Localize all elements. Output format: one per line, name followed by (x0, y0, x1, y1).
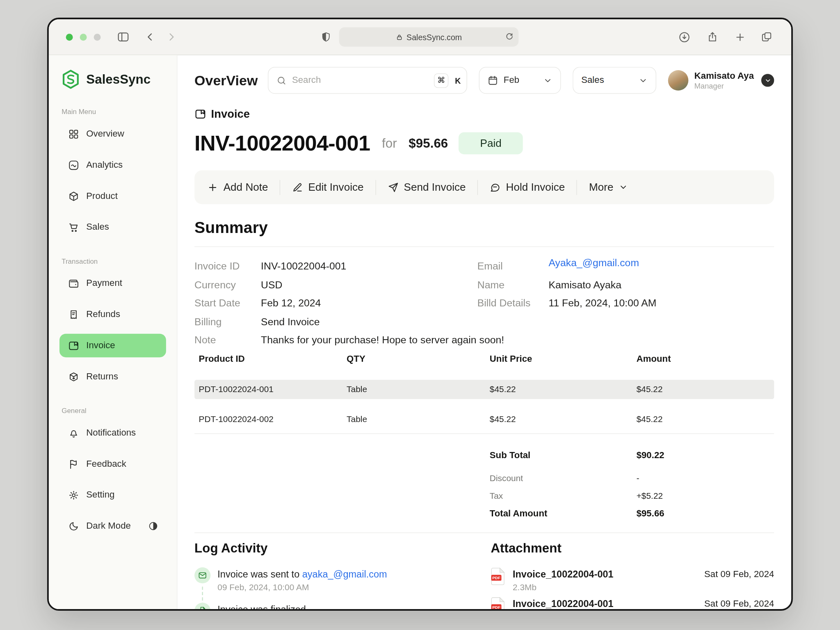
mail-icon (194, 567, 210, 583)
wallet-icon (68, 278, 79, 289)
chat-icon (490, 182, 500, 192)
column-header: QTY (347, 353, 490, 364)
user-role: Manager (694, 82, 754, 91)
tax-label: Tax (490, 491, 637, 501)
attachment-name: Invoice_10022004-001 (513, 567, 614, 581)
sidebar-item-sales[interactable]: Sales (59, 215, 166, 239)
contrast-toggle-icon[interactable] (148, 521, 158, 532)
discount-value: - (637, 474, 774, 484)
shortcut-key: K (455, 76, 461, 85)
send-invoice-button[interactable]: Send Invoice (376, 181, 478, 193)
total-amount-label: Total Amount (490, 509, 637, 519)
sidebar-item-label: Refunds (86, 309, 120, 320)
sidebar-item-dark-mode[interactable]: Dark Mode (59, 514, 166, 538)
attachment-date: Sat 09 Feb, 2024 (704, 596, 774, 609)
search-box[interactable]: ⌘ K (268, 67, 467, 94)
month-filter-dropdown[interactable]: Feb (479, 67, 561, 94)
traffic-light-minimize[interactable] (80, 34, 87, 41)
attachment-item[interactable]: PDF Invoice_10022004-001 2.3Mb Sat 09 Fe… (491, 567, 774, 592)
lock-icon (396, 34, 403, 41)
command-key-icon: ⌘ (434, 73, 448, 87)
receipt-icon (68, 309, 79, 320)
sidebar-item-notifications[interactable]: Notifications (59, 421, 166, 445)
user-menu[interactable]: Kamisato Aya Manager (668, 70, 754, 91)
sidebar-item-refunds[interactable]: Refunds (59, 303, 166, 326)
sidebar-item-overview[interactable]: Overview (59, 122, 166, 146)
sidebar-item-payment[interactable]: Payment (59, 272, 166, 295)
subtotal-value: $90.22 (637, 450, 774, 461)
main-content: OverView ⌘ K Feb Sales Kamisato Aya (177, 55, 791, 609)
table-row: PDT-10022024-002 Table $45.22 $45.22 (194, 410, 774, 429)
user-chevron-down-icon[interactable] (761, 74, 774, 87)
returns-icon (68, 371, 79, 382)
sidebar-item-label: Dark Mode (86, 521, 131, 532)
privacy-shield-icon[interactable] (320, 31, 331, 42)
detail-value: Feb 12, 2024 (261, 294, 504, 313)
desktop: SalesSync.com SalesSync Main Menu (0, 0, 840, 630)
tabs-overview-icon[interactable] (761, 31, 773, 43)
share-icon[interactable] (707, 31, 719, 43)
log-item: Invoice was finalized (194, 603, 491, 609)
flag-icon (68, 458, 79, 469)
salessync-logo-icon (61, 69, 81, 89)
downloads-icon[interactable] (678, 31, 691, 43)
hold-invoice-button[interactable]: Hold Invoice (478, 181, 577, 193)
search-input[interactable] (292, 75, 429, 86)
reload-icon[interactable] (504, 32, 514, 41)
sidebar-item-invoice[interactable]: Invoice (59, 334, 166, 357)
address-bar[interactable]: SalesSync.com (339, 27, 519, 47)
product-box-icon (68, 190, 79, 201)
brand-name: SalesSync (86, 72, 151, 87)
pdf-file-icon: PDF (491, 567, 506, 585)
column-header: Product ID (199, 353, 347, 364)
month-filter-value: Feb (504, 75, 519, 86)
sidebar-section-general: General (62, 406, 177, 415)
detail-label: Email (477, 257, 549, 276)
moon-icon (68, 520, 79, 532)
grid-icon (68, 128, 79, 139)
sidebar-item-returns[interactable]: Returns (59, 365, 166, 388)
more-button[interactable]: More (577, 181, 639, 193)
add-note-button[interactable]: Add Note (196, 181, 280, 193)
search-icon (276, 75, 287, 86)
log-email-link[interactable]: ayaka_@gmail.com (302, 568, 387, 579)
divider (194, 433, 774, 434)
attachment-item[interactable]: PDF Invoice_10022004-001 Sat 09 Feb, 202… (491, 596, 774, 609)
new-tab-icon[interactable] (735, 31, 746, 42)
sidebar-toggle-icon[interactable] (117, 30, 130, 43)
sidebar-item-label: Invoice (86, 340, 115, 351)
traffic-light-zoom[interactable] (94, 34, 101, 41)
discount-label: Discount (490, 474, 637, 484)
forward-icon[interactable] (166, 32, 177, 42)
sidebar-item-product[interactable]: Product (59, 184, 166, 208)
sidebar-item-analytics[interactable]: Analytics (59, 153, 166, 177)
sidebar-item-label: Analytics (86, 160, 123, 170)
department-filter-dropdown[interactable]: Sales (573, 67, 656, 94)
cell-product-id: PDT-10022024-001 (199, 384, 347, 394)
divider (194, 247, 774, 247)
log-text: Invoice was finalized (217, 603, 306, 609)
cart-icon (68, 221, 79, 233)
detail-label: Name (477, 276, 549, 294)
for-label: for (382, 136, 397, 151)
discount-row: Discount - (194, 470, 774, 487)
bell-icon (68, 427, 79, 438)
back-icon[interactable] (145, 32, 155, 42)
detail-label: Billd Details (477, 294, 549, 313)
edit-invoice-button[interactable]: Edit Invoice (281, 181, 376, 193)
email-link[interactable]: Ayaka_@gmail.com (548, 257, 774, 276)
summary-details: Invoice ID INV-10022004-001 Currency USD… (194, 257, 774, 349)
log-activity-title: Log Activity (194, 540, 491, 555)
attachment-date: Sat 09 Feb, 2024 (704, 567, 774, 581)
total-amount-value: $95.66 (637, 509, 774, 519)
breadcrumb: Invoice (194, 108, 774, 121)
traffic-light-close[interactable] (66, 34, 73, 41)
invoice-title-row: INV-10022004-001 for $95.66 Paid (194, 131, 774, 155)
invoice-id-title: INV-10022004-001 (194, 131, 370, 155)
sidebar-item-label: Setting (86, 490, 114, 500)
invoice-action-bar: Add Note Edit Invoice Send Invoice Hold … (194, 170, 774, 204)
sidebar-item-setting[interactable]: Setting (59, 483, 166, 507)
sidebar-item-feedback[interactable]: Feedback (59, 452, 166, 475)
attachment-size: 2.3Mb (513, 582, 614, 592)
sidebar-item-label: Payment (86, 278, 122, 289)
